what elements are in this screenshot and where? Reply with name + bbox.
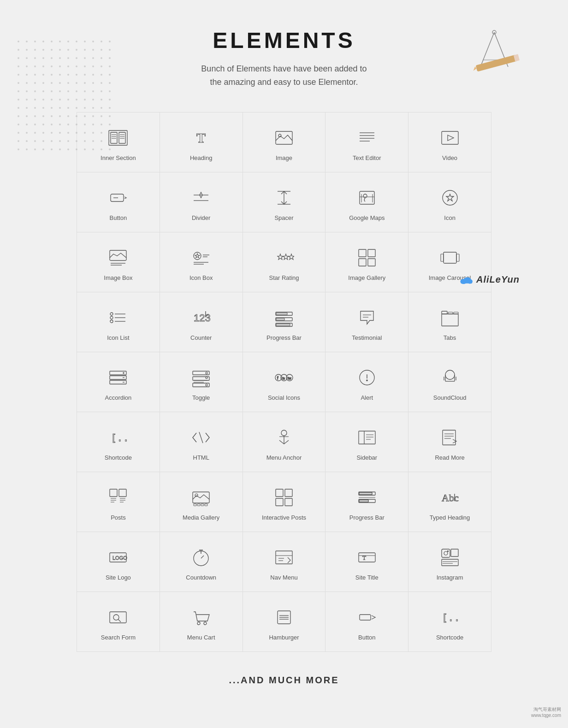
element-cell-heading[interactable]: Heading <box>160 112 243 172</box>
element-label-inner-section: Inner Section <box>101 154 136 161</box>
element-cell-google-maps[interactable]: Google Maps <box>325 172 408 232</box>
element-cell-progress-bar2[interactable]: Progress Bar <box>325 472 408 532</box>
svg-point-102 <box>67 107 69 109</box>
element-cell-media-gallery[interactable]: Media Gallery <box>160 472 243 532</box>
element-cell-icon-box[interactable]: Icon Box <box>160 232 243 292</box>
counter-icon <box>190 307 212 329</box>
spacer-icon <box>273 187 295 209</box>
footer-text: ...AND MUCH MORE <box>0 675 568 686</box>
element-cell-shortcode2[interactable]: Shortcode <box>408 592 491 652</box>
element-label-heading: Heading <box>190 154 212 161</box>
element-cell-testimonial[interactable]: Testimonial <box>325 292 408 352</box>
svg-point-138 <box>67 132 69 134</box>
element-cell-star-rating[interactable]: Star Rating <box>243 232 326 292</box>
svg-point-156 <box>18 148 19 150</box>
accordion-icon <box>107 367 129 389</box>
svg-point-147 <box>42 140 44 142</box>
element-cell-progress-bar[interactable]: Progress Bar <box>243 292 326 352</box>
element-cell-icon[interactable]: Icon <box>408 172 491 232</box>
dots-pattern-br <box>485 566 559 639</box>
element-cell-button2[interactable]: Button <box>325 592 408 652</box>
element-cell-site-logo[interactable]: Site Logo <box>77 532 160 592</box>
element-cell-spacer[interactable]: Spacer <box>243 172 326 232</box>
read-more-icon <box>439 426 461 449</box>
element-label-icon-box: Icon Box <box>189 274 213 281</box>
sidebar-icon <box>356 426 378 449</box>
button2-icon <box>356 606 378 628</box>
svg-point-81 <box>92 90 94 92</box>
icon-icon <box>439 187 461 209</box>
watermark: 淘气哥素材网 www.tqge.com <box>531 706 561 718</box>
svg-point-91 <box>76 99 77 101</box>
element-label-shortcode: Shortcode <box>105 454 132 461</box>
testimonial-icon <box>356 307 378 329</box>
element-label-image: Image <box>276 154 292 161</box>
soundcloud-icon <box>439 367 461 389</box>
svg-point-144 <box>18 140 19 142</box>
element-label-text-editor: Text Editor <box>353 154 381 161</box>
element-cell-site-title[interactable]: Site Title <box>325 532 408 592</box>
element-cell-instagram[interactable]: Instagram <box>408 532 491 592</box>
element-cell-text-editor[interactable]: Text Editor <box>325 112 408 172</box>
svg-point-97 <box>26 107 28 109</box>
element-cell-posts[interactable]: Posts <box>77 472 160 532</box>
progress-bar-icon <box>273 307 295 329</box>
svg-point-132 <box>18 132 19 134</box>
svg-point-150 <box>67 140 69 142</box>
element-cell-social-icons[interactable]: Social Icons <box>243 352 326 412</box>
element-cell-divider[interactable]: Divider <box>160 172 243 232</box>
element-cell-alert[interactable]: Alert <box>325 352 408 412</box>
element-label-google-maps: Google Maps <box>349 214 385 221</box>
element-label-soundcloud: SoundCloud <box>433 394 467 401</box>
element-cell-html[interactable]: HTML <box>160 412 243 472</box>
element-cell-icon-list[interactable]: Icon List <box>77 292 160 352</box>
element-cell-image-gallery[interactable]: Image Gallery <box>325 232 408 292</box>
svg-point-161 <box>59 148 61 150</box>
shortcode2-icon <box>439 606 461 628</box>
element-cell-inner-section[interactable]: Inner Section <box>77 112 160 172</box>
element-cell-countdown[interactable]: Countdown <box>160 532 243 592</box>
element-cell-hamburger[interactable]: Hamburger <box>243 592 326 652</box>
element-label-alert: Alert <box>361 394 373 401</box>
site-title-icon <box>356 546 378 568</box>
element-label-posts: Posts <box>111 514 126 521</box>
shortcode-icon <box>107 426 129 449</box>
element-label-shortcode2: Shortcode <box>436 634 463 641</box>
svg-point-124 <box>51 124 53 125</box>
element-cell-sidebar[interactable]: Sidebar <box>325 412 408 472</box>
menu-anchor-icon <box>273 426 295 449</box>
element-cell-image-box[interactable]: Image Box <box>77 232 160 292</box>
svg-point-95 <box>109 99 111 101</box>
image-carousel-icon <box>439 247 461 269</box>
element-cell-accordion[interactable]: Accordion <box>77 352 160 412</box>
element-cell-menu-cart[interactable]: Menu Cart <box>160 592 243 652</box>
element-cell-button[interactable]: Button <box>77 172 160 232</box>
element-cell-menu-anchor[interactable]: Menu Anchor <box>243 412 326 472</box>
element-cell-read-more[interactable]: Read More <box>408 412 491 472</box>
element-label-instagram: Instagram <box>437 574 463 581</box>
element-cell-nav-menu[interactable]: Nav Menu <box>243 532 326 592</box>
element-label-button2: Button <box>358 634 376 641</box>
social-icons-icon <box>273 367 295 389</box>
svg-point-148 <box>51 140 53 142</box>
element-label-countdown: Countdown <box>186 574 216 581</box>
element-cell-toggle[interactable]: Toggle <box>160 352 243 412</box>
svg-point-84 <box>18 99 19 101</box>
svg-point-88 <box>51 99 53 101</box>
element-cell-image[interactable]: Image <box>243 112 326 172</box>
element-cell-video[interactable]: Video <box>408 112 491 172</box>
element-cell-typed-heading[interactable]: Typed Heading <box>408 472 491 532</box>
svg-point-120 <box>18 124 19 125</box>
svg-point-93 <box>92 99 94 101</box>
element-label-testimonial: Testimonial <box>352 334 382 341</box>
svg-point-99 <box>42 107 44 109</box>
element-cell-interactive-posts[interactable]: Interactive Posts <box>243 472 326 532</box>
element-cell-shortcode[interactable]: Shortcode <box>77 412 160 472</box>
element-cell-soundcloud[interactable]: SoundCloud <box>408 352 491 412</box>
element-cell-counter[interactable]: Counter <box>160 292 243 352</box>
element-cell-search-form[interactable]: Search Form <box>77 592 160 652</box>
svg-point-76 <box>51 90 53 92</box>
nav-menu-icon <box>273 546 295 568</box>
svg-point-100 <box>51 107 53 109</box>
element-cell-tabs[interactable]: Tabs <box>408 292 491 352</box>
